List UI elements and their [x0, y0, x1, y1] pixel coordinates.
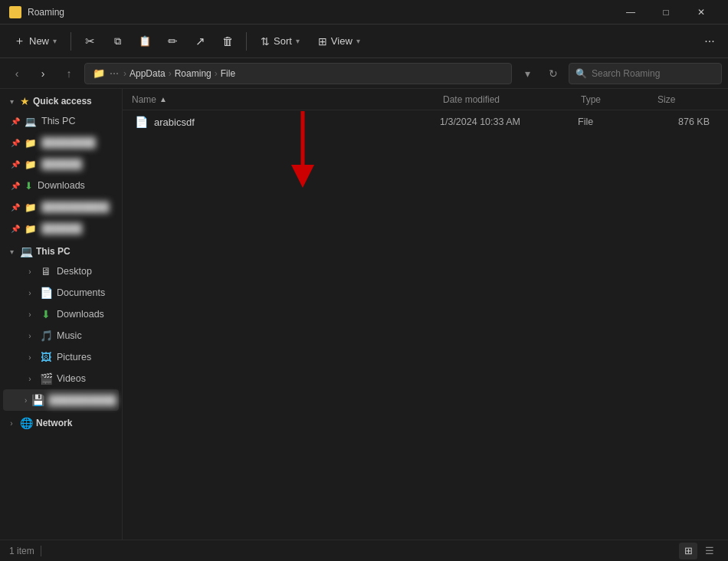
grid-view-icon: ⊞ — [684, 545, 693, 556]
videos-label: Videos — [57, 373, 86, 384]
sidebar-item-drive[interactable]: › 💾 ██████████ — [3, 389, 119, 411]
view-label: View — [331, 35, 353, 47]
address-path[interactable]: 📁 ⋯ › AppData › Roaming › File — [84, 63, 512, 84]
quick-access-header[interactable]: ▾ ★ Quick access — [3, 92, 119, 110]
folder1-label: ████████ — [41, 137, 96, 148]
view-icon: ⊞ — [318, 35, 327, 48]
pin-icon-f2: 📌 — [11, 160, 20, 169]
downloads-pc-label: Downloads — [57, 309, 104, 320]
sidebar-item-thispc-qa[interactable]: 📌 💻 This PC — [3, 110, 119, 132]
copy-button[interactable]: ⧉ — [105, 29, 130, 54]
sidebar-item-music[interactable]: › 🎵 Music — [3, 325, 119, 346]
sidebar-item-folder1[interactable]: 📌 📁 ████████ — [3, 132, 119, 153]
more-icon: ··· — [704, 34, 714, 48]
back-button[interactable]: ‹ — [6, 63, 28, 84]
up-button[interactable]: ↑ — [58, 63, 80, 84]
maximize-button[interactable]: □ — [648, 0, 684, 25]
col-size-label: Size — [657, 94, 675, 105]
svg-marker-1 — [291, 165, 314, 188]
sidebar-item-folder2[interactable]: 📌 📁 ██████ — [3, 153, 119, 175]
minimize-button[interactable]: — — [613, 0, 648, 25]
sidebar-item-downloads-qa[interactable]: 📌 ⬇ Downloads — [3, 175, 119, 196]
col-header-type[interactable]: Type — [581, 94, 657, 105]
drive-icon: 💾 — [31, 394, 44, 406]
file-type: File — [578, 116, 654, 127]
videos-chevron-icon: › — [25, 375, 35, 383]
sidebar-item-desktop[interactable]: › 🖥 Desktop — [3, 261, 119, 282]
grid-view-button[interactable]: ⊞ — [679, 543, 697, 559]
rename-icon: ✏ — [168, 34, 178, 48]
file-icon: 📄 — [135, 116, 148, 128]
search-input[interactable] — [592, 68, 715, 79]
path-segment-appdata[interactable]: AppData — [130, 68, 166, 79]
view-button[interactable]: ⊞ View ▾ — [310, 29, 368, 54]
new-chevron-icon: ▾ — [53, 37, 57, 45]
documents-icon: 📄 — [40, 287, 52, 299]
paste-icon: 📋 — [139, 35, 151, 47]
search-box[interactable]: 🔍 — [569, 63, 722, 84]
forward-button[interactable]: › — [32, 63, 54, 84]
path-sep-3: › — [215, 68, 218, 79]
search-icon: 🔍 — [576, 68, 587, 79]
close-button[interactable]: ✕ — [684, 0, 719, 25]
file-list-header: Name ▲ Date modified Type Size — [123, 89, 728, 110]
share-button[interactable]: ↗ — [188, 29, 212, 54]
pin-icon-f3: 📌 — [11, 203, 20, 212]
thispc-header[interactable]: ▾ 💻 This PC — [3, 242, 119, 261]
cut-button[interactable]: ✂ — [77, 29, 102, 54]
thispc-section: ▾ 💻 This PC › 🖥 Desktop › 📄 Documents › … — [0, 242, 122, 411]
col-type-label: Type — [581, 94, 601, 105]
pin-icon-f1: 📌 — [11, 139, 20, 147]
path-folder-icon: 📁 — [93, 67, 105, 79]
window-controls: — □ ✕ — [613, 0, 719, 25]
music-label: Music — [57, 330, 82, 341]
new-button[interactable]: ＋ New ▾ — [6, 29, 64, 54]
desktop-chevron-icon: › — [25, 267, 35, 276]
drive-chevron-icon: › — [25, 396, 27, 405]
sort-button[interactable]: ⇅ Sort ▾ — [253, 29, 307, 54]
col-header-name[interactable]: Name ▲ — [132, 94, 443, 105]
path-dropdown-button[interactable]: ▾ — [516, 63, 538, 84]
sidebar-item-folder4[interactable]: 📌 📁 ██████ — [3, 218, 119, 239]
file-name: arabicsdf — [154, 116, 195, 128]
col-header-modified[interactable]: Date modified — [443, 94, 581, 105]
delete-button[interactable]: 🗑 — [215, 29, 240, 54]
path-segment-file[interactable]: File — [221, 68, 235, 79]
star-icon: ★ — [20, 95, 30, 107]
share-icon: ↗ — [195, 34, 205, 48]
refresh-icon: ↻ — [549, 67, 558, 80]
network-header[interactable]: › 🌐 Network — [3, 414, 119, 432]
pin-icon-thispc: 📌 — [11, 117, 20, 126]
sort-asc-icon: ▲ — [159, 95, 167, 103]
path-segment-roaming[interactable]: Roaming — [175, 68, 212, 79]
path-separator-0: ⋯ — [110, 68, 119, 79]
copy-icon: ⧉ — [114, 35, 121, 48]
folder4-label: ██████ — [41, 223, 82, 234]
sidebar-item-documents[interactable]: › 📄 Documents — [3, 282, 119, 303]
network-chevron-icon: › — [6, 419, 17, 428]
col-header-size[interactable]: Size — [657, 94, 719, 105]
list-view-button[interactable]: ☰ — [700, 543, 719, 559]
file-name-cell: 📄 arabicsdf — [135, 116, 440, 128]
more-options-button[interactable]: ··· — [697, 29, 722, 54]
sort-icon: ⇅ — [261, 35, 270, 48]
rename-button[interactable]: ✏ — [160, 29, 185, 54]
refresh-button[interactable]: ↻ — [543, 63, 564, 84]
sidebar-item-downloads-pc[interactable]: › ⬇ Downloads — [3, 303, 119, 325]
sidebar-item-folder3[interactable]: 📌 📁 ██████████ — [3, 196, 119, 218]
table-row[interactable]: 📄 arabicsdf 1/3/2024 10:33 AM File 876 K… — [126, 111, 725, 133]
paste-button[interactable]: 📋 — [133, 29, 157, 54]
toolbar: ＋ New ▾ ✂ ⧉ 📋 ✏ ↗ 🗑 ⇅ Sort ▾ ⊞ View ▾ ··… — [0, 25, 728, 58]
status-separator — [41, 546, 41, 556]
sidebar-item-pictures[interactable]: › 🖼 Pictures — [3, 346, 119, 368]
desktop-icon: 🖥 — [40, 265, 52, 277]
folder-icon-1: 📁 — [25, 137, 37, 149]
file-area: Name ▲ Date modified Type Size 📄 arabics… — [123, 89, 728, 540]
view-chevron-icon: ▾ — [356, 37, 360, 45]
network-section: › 🌐 Network — [0, 414, 122, 432]
thispc-chevron-icon: ▾ — [6, 248, 17, 256]
pictures-label: Pictures — [57, 352, 91, 363]
sidebar-item-videos[interactable]: › 🎬 Videos — [3, 368, 119, 389]
status-bar: 1 item ⊞ ☰ — [0, 540, 728, 561]
col-name-label: Name — [132, 94, 156, 105]
